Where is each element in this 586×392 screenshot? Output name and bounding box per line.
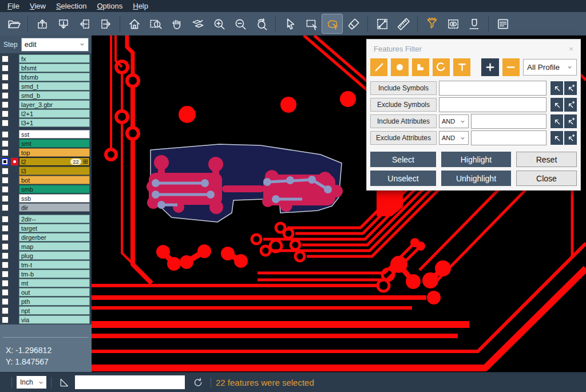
layer-label[interactable]: bfsmb bbox=[19, 73, 90, 81]
layer-checkbox[interactable] bbox=[2, 110, 9, 117]
include-symbols-button[interactable]: Include Symbols bbox=[370, 81, 437, 95]
filter-text-button[interactable] bbox=[453, 58, 470, 76]
rectangle-select-button[interactable] bbox=[301, 14, 321, 33]
layer-row-l3+1[interactable]: l3+1 bbox=[0, 118, 92, 127]
include-symbols-pick-add-button[interactable] bbox=[564, 81, 577, 95]
layer-label[interactable]: pth bbox=[19, 297, 90, 306]
refresh-icon[interactable] bbox=[193, 377, 204, 388]
pan-left-button[interactable] bbox=[74, 14, 94, 33]
layer-row-top[interactable]: top bbox=[0, 148, 92, 157]
exclude-symbols-button[interactable]: Exclude Symbols bbox=[370, 98, 437, 112]
dialog-title-bar[interactable]: Features Filter × bbox=[370, 39, 577, 57]
exclude-symbols-pick-button[interactable] bbox=[551, 98, 563, 112]
highlight-button[interactable]: Highlight bbox=[441, 152, 511, 167]
layer-checkbox[interactable] bbox=[2, 280, 9, 287]
layer-label[interactable]: layer_3.gbr bbox=[19, 100, 90, 109]
layer-checkbox[interactable] bbox=[2, 120, 9, 126]
exclude-attributes-operator-select[interactable]: AND bbox=[439, 131, 469, 145]
layer-row-npt[interactable]: npt bbox=[0, 306, 92, 315]
layer-label[interactable]: tm-b bbox=[19, 270, 90, 278]
angle-corner-icon[interactable] bbox=[58, 377, 69, 388]
layer-label[interactable]: via bbox=[19, 315, 90, 324]
layer-row-l2[interactable]: l222⊞ bbox=[0, 157, 92, 166]
layer-label[interactable]: bot bbox=[19, 176, 90, 184]
select-button[interactable]: Select bbox=[370, 152, 436, 167]
layer-row-smd_t[interactable]: smd_t bbox=[0, 82, 92, 90]
zoom-home-button[interactable] bbox=[124, 14, 144, 33]
unselect-button[interactable]: Unselect bbox=[370, 171, 436, 186]
layer-checkbox[interactable] bbox=[2, 140, 9, 147]
layer-checkbox[interactable] bbox=[2, 195, 9, 202]
pan-down-button[interactable] bbox=[53, 14, 73, 33]
layer-row-dirgerber[interactable]: dirgerber bbox=[0, 233, 92, 241]
layer-row-smb[interactable]: smb bbox=[0, 185, 92, 193]
layer-checkbox[interactable] bbox=[2, 243, 9, 250]
measure-ruler-button[interactable] bbox=[393, 14, 413, 33]
reset-button[interactable]: Reset bbox=[516, 152, 577, 167]
layer-label[interactable]: target bbox=[19, 224, 90, 232]
layer-checkbox[interactable] bbox=[2, 56, 9, 62]
layer-checkbox[interactable] bbox=[2, 101, 9, 108]
layer-label[interactable]: tm-t bbox=[19, 260, 90, 269]
layer-label[interactable]: fx bbox=[19, 54, 90, 63]
units-select[interactable]: Inch bbox=[17, 376, 46, 389]
layer-row-smt[interactable]: smt bbox=[0, 139, 92, 148]
pan-hand-button[interactable] bbox=[167, 14, 187, 33]
layer-checkbox[interactable] bbox=[2, 204, 9, 211]
layer-row-bfsmb[interactable]: bfsmb bbox=[0, 73, 92, 81]
layer-checkbox[interactable] bbox=[2, 74, 9, 81]
step-select[interactable]: edit bbox=[21, 38, 89, 52]
menu-item-selection[interactable]: Selection bbox=[51, 1, 92, 11]
zoom-window-button[interactable] bbox=[145, 14, 165, 33]
layer-label[interactable]: smd_b bbox=[19, 91, 90, 100]
include-attributes-pick-button[interactable] bbox=[551, 114, 563, 128]
layer-row-ssb[interactable]: ssb bbox=[0, 194, 92, 203]
layer-label[interactable]: map bbox=[19, 242, 90, 251]
layer-row-bfsmt[interactable]: bfsmt bbox=[0, 64, 92, 72]
exclude-attributes-button[interactable]: Exclude Attributes bbox=[370, 131, 437, 145]
layer-label[interactable]: top bbox=[19, 148, 90, 157]
layer-label[interactable]: smb bbox=[19, 185, 90, 193]
zoom-previous-button[interactable] bbox=[251, 14, 271, 33]
layer-checkbox[interactable] bbox=[2, 186, 9, 193]
layer-checkbox[interactable] bbox=[2, 216, 9, 223]
layers-panel-button[interactable] bbox=[493, 14, 513, 33]
layer-row-sst[interactable]: sst bbox=[0, 130, 92, 138]
filter-circle-button[interactable] bbox=[391, 58, 408, 76]
features-filter-button[interactable] bbox=[422, 14, 442, 33]
filter-line-button[interactable] bbox=[370, 58, 387, 76]
snap-mode-button[interactable] bbox=[464, 14, 484, 33]
layer-label[interactable]: npt bbox=[19, 306, 90, 315]
layer-row-layer_3.gbr[interactable]: layer_3.gbr bbox=[0, 100, 92, 109]
filter-add-button[interactable] bbox=[481, 58, 498, 76]
layer-checkbox[interactable] bbox=[2, 225, 9, 232]
zoom-in-button[interactable] bbox=[209, 14, 229, 33]
dialog-close-button[interactable]: × bbox=[567, 45, 576, 54]
layer-row-bot[interactable]: bot bbox=[0, 176, 92, 184]
command-input[interactable] bbox=[75, 375, 185, 389]
layer-label[interactable]: smt bbox=[19, 139, 90, 148]
layer-checkbox[interactable] bbox=[2, 262, 9, 268]
pointer-select-button[interactable] bbox=[280, 14, 300, 33]
exclude-attributes-pick-button[interactable] bbox=[551, 131, 563, 145]
layer-row-smd_b[interactable]: smd_b bbox=[0, 91, 92, 100]
layer-row-tm-b[interactable]: tm-b bbox=[0, 270, 92, 278]
layer-checkbox[interactable] bbox=[1, 158, 9, 165]
layer-label[interactable]: plug bbox=[19, 251, 90, 260]
zoom-area-button[interactable] bbox=[188, 14, 208, 33]
include-symbols-pick-button[interactable] bbox=[551, 81, 563, 95]
exclude-symbols-pick-add-button[interactable] bbox=[564, 98, 577, 112]
unhighlight-button[interactable]: Unhighlight bbox=[441, 171, 511, 186]
pan-right-button[interactable] bbox=[96, 14, 116, 33]
exclude-attributes-input[interactable] bbox=[471, 130, 547, 145]
layer-checkbox[interactable] bbox=[2, 234, 9, 241]
layer-label[interactable]: sst bbox=[19, 130, 90, 138]
menu-item-file[interactable]: File bbox=[2, 1, 25, 11]
layer-row-l3[interactable]: l3 bbox=[0, 167, 92, 175]
layer-row-plug[interactable]: plug bbox=[0, 251, 92, 260]
layer-checkbox[interactable] bbox=[2, 177, 9, 184]
layer-label[interactable]: l2+1 bbox=[19, 109, 90, 118]
layer-row-via[interactable]: via bbox=[0, 315, 92, 324]
layer-label[interactable]: mt bbox=[19, 279, 90, 287]
menu-item-view[interactable]: View bbox=[25, 1, 51, 11]
